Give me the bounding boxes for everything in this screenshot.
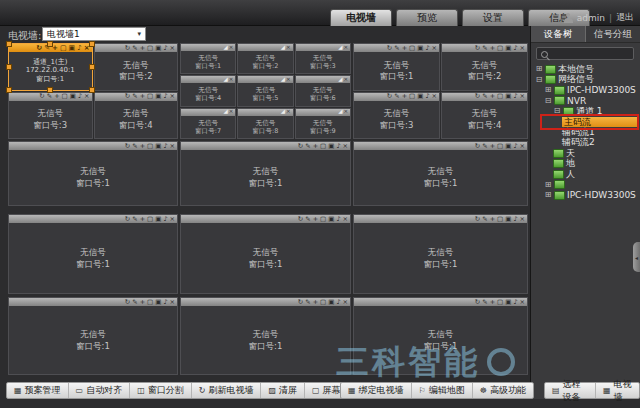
close-icon[interactable]: × — [520, 299, 525, 306]
window-icon[interactable]: ▢ — [320, 299, 326, 306]
lock-icon[interactable]: ▣ — [328, 216, 334, 223]
tour-icon[interactable]: ↻ — [475, 216, 480, 223]
zoom-icon[interactable]: ◢ — [223, 77, 227, 83]
wall-window[interactable]: ↻✎+▢▣♪×无信号窗口号:1 — [180, 214, 351, 294]
audio-icon[interactable]: ♪ — [163, 216, 167, 223]
tree-item[interactable]: 天 — [531, 148, 640, 159]
selection-handle[interactable] — [47, 87, 53, 93]
selection-handle[interactable] — [6, 64, 12, 70]
zoom-icon[interactable]: ◢ — [281, 45, 285, 51]
window-titlebar[interactable]: ↻✎+▢▣♪× — [354, 142, 527, 150]
edit-icon[interactable]: ✎ — [132, 143, 137, 150]
close-icon[interactable]: × — [229, 109, 234, 115]
wall-window[interactable]: ↻✎+▢▣♪×无信号窗口号:1 — [353, 43, 440, 91]
search-input[interactable] — [550, 49, 634, 60]
tour-icon[interactable]: ↻ — [125, 93, 130, 100]
expand-toggle-icon[interactable]: ⊞ — [544, 191, 552, 199]
window-titlebar[interactable]: ◢× — [296, 109, 350, 116]
clear-screen-button[interactable]: ▨清屏 — [260, 383, 304, 398]
lock-icon[interactable]: ▣ — [417, 45, 423, 52]
edit-icon[interactable]: ✎ — [482, 143, 487, 150]
tour-icon[interactable]: ↻ — [125, 143, 130, 150]
lock-icon[interactable]: ▣ — [69, 45, 76, 52]
sidebar-tab[interactable]: 信号分组 — [585, 26, 640, 42]
wall-window[interactable]: ◢×无信号窗口号:1 — [180, 43, 236, 74]
lock-icon[interactable]: ▣ — [417, 93, 423, 100]
wall-window[interactable]: ↻✎+▢▣♪×无信号窗口号:3 — [8, 92, 93, 140]
audio-icon[interactable]: ♪ — [78, 93, 82, 100]
tour-icon[interactable]: ↻ — [36, 45, 42, 52]
window-titlebar[interactable]: ↻✎+▢▣♪× — [181, 215, 350, 223]
move-icon[interactable]: + — [313, 143, 318, 150]
close-icon[interactable]: × — [343, 109, 348, 115]
selection-handle[interactable] — [6, 87, 12, 93]
wall-window[interactable]: ↻✎+▢▣♪×无信号窗口号:2 — [94, 43, 179, 91]
tour-icon[interactable]: ↻ — [387, 93, 392, 100]
tour-icon[interactable]: ↻ — [125, 299, 130, 306]
close-icon[interactable]: × — [520, 143, 525, 150]
window-icon[interactable]: ▢ — [147, 93, 153, 100]
lock-icon[interactable]: ▣ — [328, 143, 334, 150]
audio-icon[interactable]: ♪ — [336, 299, 340, 306]
tour-icon[interactable]: ↻ — [387, 45, 392, 52]
close-icon[interactable]: × — [170, 143, 175, 150]
move-icon[interactable]: + — [140, 45, 145, 52]
tour-icon[interactable]: ↻ — [125, 45, 130, 52]
audio-icon[interactable]: ♪ — [163, 143, 167, 150]
close-icon[interactable]: × — [170, 216, 175, 223]
window-titlebar[interactable]: ↻✎+▢▣♪× — [9, 93, 92, 101]
audio-icon[interactable]: ♪ — [513, 299, 517, 306]
window-icon[interactable]: ▢ — [147, 216, 153, 223]
close-icon[interactable]: × — [432, 45, 437, 52]
close-icon[interactable]: × — [286, 45, 291, 51]
audio-icon[interactable]: ♪ — [513, 143, 517, 150]
window-titlebar[interactable]: ◢× — [238, 76, 292, 83]
close-icon[interactable]: × — [520, 45, 525, 52]
edit-icon[interactable]: ✎ — [305, 143, 310, 150]
expand-toggle-icon[interactable]: ⊟ — [535, 76, 543, 84]
tv-wall-button[interactable]: ▦电视墙 — [595, 383, 639, 398]
wall-window[interactable]: ◢×无信号窗口号:2 — [237, 43, 293, 74]
audio-icon[interactable]: ♪ — [513, 93, 517, 100]
window-titlebar[interactable]: ↻✎+▢▣♪× — [442, 93, 527, 101]
wall-window[interactable]: ↻✎+▢▣♪×无信号窗口号:1 — [8, 297, 178, 375]
close-icon[interactable]: × — [520, 216, 525, 223]
window-titlebar[interactable]: ↻✎+▢▣♪× — [9, 142, 177, 150]
main-tab[interactable]: 预览 — [396, 9, 458, 26]
close-icon[interactable]: × — [343, 143, 348, 150]
move-icon[interactable]: + — [313, 216, 318, 223]
auto-align-button[interactable]: ▭自动对齐 — [68, 383, 130, 398]
window-icon[interactable]: ▢ — [147, 45, 153, 52]
window-titlebar[interactable]: ↻✎+▢▣♪× — [354, 215, 527, 223]
edit-icon[interactable]: ✎ — [482, 216, 487, 223]
window-icon[interactable]: ▢ — [497, 93, 503, 100]
tour-icon[interactable]: ↻ — [298, 216, 303, 223]
close-icon[interactable]: × — [170, 45, 175, 52]
wall-window[interactable]: ◢×无信号窗口号:3 — [295, 43, 351, 74]
zoom-icon[interactable]: ◢ — [338, 77, 342, 83]
selection-handle[interactable] — [89, 41, 95, 47]
edit-icon[interactable]: ✎ — [132, 45, 137, 52]
window-titlebar[interactable]: ◢× — [238, 44, 292, 51]
close-icon[interactable]: × — [84, 93, 89, 100]
edit-icon[interactable]: ✎ — [482, 299, 487, 306]
tour-icon[interactable]: ↻ — [475, 93, 480, 100]
tree-item[interactable]: ⊟网络信号 — [531, 75, 640, 86]
tour-icon[interactable]: ↻ — [475, 299, 480, 306]
close-icon[interactable]: × — [343, 299, 348, 306]
sidebar-tab[interactable]: 设备树 — [531, 26, 585, 42]
logout-button[interactable]: 退出 — [616, 11, 634, 24]
zoom-icon[interactable]: ◢ — [338, 45, 342, 51]
wall-window[interactable]: ↻✎+▢▣♪×无信号窗口号:1 — [353, 214, 528, 294]
edit-icon[interactable]: ✎ — [132, 216, 137, 223]
wall-window[interactable]: ◢×无信号窗口号:9 — [295, 108, 351, 139]
wall-window[interactable]: ◢×无信号窗口号:6 — [295, 75, 351, 106]
move-icon[interactable]: + — [140, 93, 145, 100]
lock-icon[interactable]: ▣ — [505, 299, 511, 306]
zoom-icon[interactable]: ◢ — [223, 109, 227, 115]
lock-icon[interactable]: ▣ — [155, 93, 161, 100]
tour-icon[interactable]: ↻ — [125, 216, 130, 223]
move-icon[interactable]: + — [313, 299, 318, 306]
window-titlebar[interactable]: ↻✎+▢▣♪× — [354, 93, 439, 101]
wall-window[interactable]: ◢×无信号窗口号:8 — [237, 108, 293, 139]
